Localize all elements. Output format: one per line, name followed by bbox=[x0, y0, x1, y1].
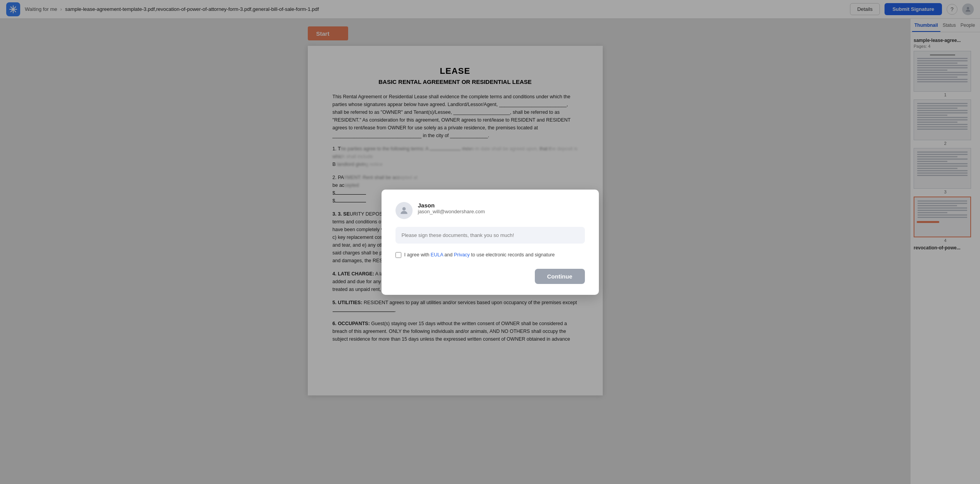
dialog-sender: Jason jason_will@wondershare.com bbox=[395, 202, 585, 219]
continue-button[interactable]: Continue bbox=[535, 269, 585, 284]
sender-email: jason_will@wondershare.com bbox=[418, 209, 485, 214]
sender-avatar bbox=[395, 202, 413, 219]
dialog-overlay: Jason jason_will@wondershare.com Please … bbox=[0, 0, 980, 484]
privacy-link[interactable]: Privacy bbox=[454, 252, 470, 258]
dialog-message: Please sign these documents, thank you s… bbox=[395, 227, 585, 244]
eula-link[interactable]: EULA bbox=[431, 252, 443, 258]
dialog-agree: I agree with EULA and Privacy to use ele… bbox=[395, 252, 585, 258]
sender-name: Jason bbox=[418, 202, 485, 209]
agreement-dialog: Jason jason_will@wondershare.com Please … bbox=[382, 190, 599, 295]
sender-info: Jason jason_will@wondershare.com bbox=[418, 202, 485, 214]
svg-point-1 bbox=[402, 207, 406, 211]
agree-checkbox[interactable] bbox=[395, 252, 401, 258]
agree-text: I agree with EULA and Privacy to use ele… bbox=[404, 252, 555, 258]
dialog-footer: Continue bbox=[395, 269, 585, 284]
